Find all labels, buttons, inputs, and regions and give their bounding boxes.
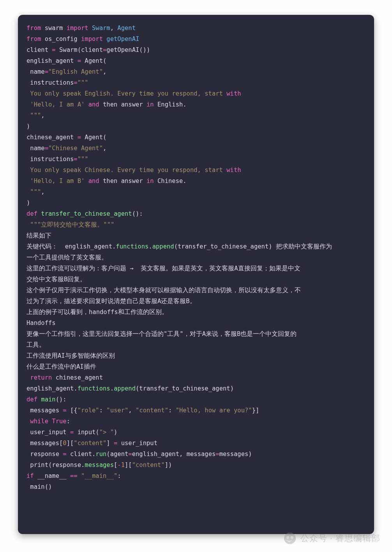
code-line: 工作流使用AI与多智能体的区别: [26, 350, 367, 361]
code-line: user_input = input("> "): [26, 427, 367, 438]
code-line: 交给中文客服B回复。: [26, 274, 367, 285]
code-line: from swarm import Swarm, Agent: [26, 23, 367, 34]
code-line: 'Hello, I am B' and then answer in Chine…: [26, 176, 367, 186]
code-line: return chinese_agent: [26, 372, 367, 383]
watermark: 公众号 · 睿思编辑部: [284, 532, 380, 544]
code-line: 关键代码： english_agent.functions.append(tra…: [26, 241, 367, 252]
code-line: 'Hello, I am A' and then answer in Engli…: [26, 99, 367, 110]
code-line: 更像一个工作指引，这里无法回复选择一个合适的"工具"，对于A来说，客服B也是一个…: [26, 328, 367, 339]
code-line: """,: [26, 186, 367, 197]
code-line: Handoffs: [26, 318, 367, 328]
code-line: name="English Agent",: [26, 66, 367, 77]
code-line: print(response.messages[-1]["content"]): [26, 460, 367, 470]
code-line: You only speak Chinese. Every time you r…: [26, 165, 367, 176]
code-line: """,: [26, 110, 367, 121]
code-line: from os_config import getOpenAI: [26, 34, 367, 44]
wechat-icon: [284, 532, 296, 544]
code-card: from swarm import Swarm, Agentfrom os_co…: [18, 15, 374, 534]
page: from swarm import Swarm, Agentfrom os_co…: [0, 0, 392, 552]
code-line: name="Chinese Agent",: [26, 143, 367, 154]
watermark-text: 公众号 · 睿思编辑部: [300, 532, 380, 544]
watermark-label: 公众号: [300, 533, 327, 543]
code-line: ): [26, 197, 367, 208]
code-line: 结果如下: [26, 230, 367, 241]
code-line: 上面的例子可以看到，handoffs和工作流的区别。: [26, 307, 367, 318]
code-line: 过为了演示，描述要求回复时说清楚自己是客服A还是客服B。: [26, 296, 367, 307]
code-line: """立即转交给中文客服。""": [26, 219, 367, 230]
code-line: ): [26, 121, 367, 132]
code-line: messages[0]["content"] = user_input: [26, 438, 367, 449]
code-line: messages = [{"role": "user", "content": …: [26, 405, 367, 416]
watermark-sep: ·: [330, 533, 333, 543]
code-line: response = client.run(agent=english_agen…: [26, 449, 367, 460]
code-line: while True:: [26, 416, 367, 427]
code-line: instructions=""": [26, 77, 367, 88]
code-line: 工具。: [26, 339, 367, 350]
code-line: def transfer_to_chinese_agent():: [26, 208, 367, 219]
code-line: 一个工具提供给了英文客服。: [26, 252, 367, 263]
watermark-name: 睿思编辑部: [335, 533, 380, 543]
code-line: You only speak English. Every time you r…: [26, 88, 367, 99]
code-line: 什么是工作流中的AI插件: [26, 361, 367, 372]
code-line: if __name__ == "__main__":: [26, 470, 367, 481]
code-line: 这个例子仅用于演示工作切换，大模型本身就可以根据输入的语言自动切换，所以没有太多…: [26, 285, 367, 296]
code-line: def main():: [26, 394, 367, 405]
code-line: 这里的工作流可以理解为：客户问题 → 英文客服。如果是英文，英文客服A直接回复；…: [26, 263, 367, 274]
code-line: client = Swarm(client=getOpenAI()): [26, 44, 367, 55]
code-block: from swarm import Swarm, Agentfrom os_co…: [26, 23, 367, 492]
code-line: chinese_agent = Agent(: [26, 132, 367, 143]
code-line: english_agent.functions.append(transfer_…: [26, 383, 367, 394]
code-line: main(): [26, 481, 367, 492]
code-line: english_agent = Agent(: [26, 55, 367, 66]
code-line: instructions=""": [26, 154, 367, 165]
